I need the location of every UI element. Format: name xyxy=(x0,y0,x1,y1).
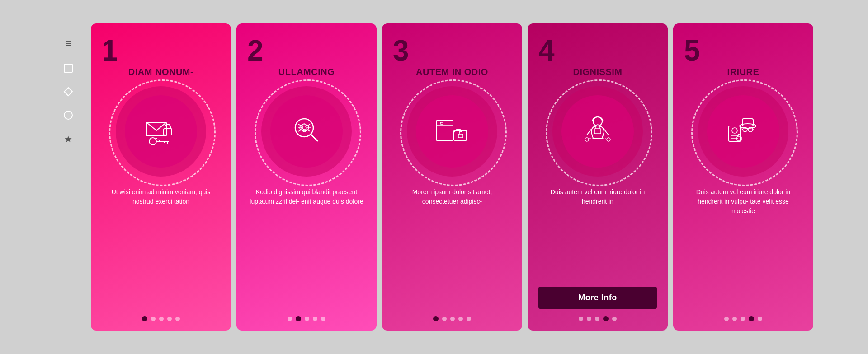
svg-line-41 xyxy=(741,129,743,130)
dot[interactable] xyxy=(587,317,591,321)
card-4-icon-outer xyxy=(552,86,643,177)
svg-rect-25 xyxy=(440,122,443,124)
svg-line-29 xyxy=(587,129,591,135)
svg-point-38 xyxy=(743,127,747,132)
dot-active[interactable] xyxy=(433,316,439,321)
card-1-icon-inner xyxy=(125,95,197,168)
dot[interactable] xyxy=(595,317,599,321)
dot[interactable] xyxy=(151,317,156,321)
sidebar: ≡ ★ xyxy=(55,23,82,331)
dot[interactable] xyxy=(313,317,317,321)
card-5-dots xyxy=(724,316,762,321)
svg-line-9 xyxy=(156,138,160,141)
svg-point-5 xyxy=(149,138,156,145)
dot[interactable] xyxy=(305,317,309,321)
card-3-icon-outer xyxy=(407,86,497,177)
card-4-desc: Duis autem vel eum iriure dolor in hendr… xyxy=(538,187,657,283)
dot-active[interactable] xyxy=(749,316,754,321)
svg-rect-4 xyxy=(164,129,172,135)
svg-point-28 xyxy=(593,117,602,126)
svg-rect-37 xyxy=(742,119,753,126)
dot[interactable] xyxy=(442,317,447,321)
card-2-dots xyxy=(288,316,326,321)
diamond-icon[interactable] xyxy=(63,87,73,97)
cards-container: 1 DIAM NONUM- xyxy=(91,23,813,331)
card-5-number: 5 xyxy=(684,36,700,65)
card-1-number: 1 xyxy=(102,36,118,65)
dot[interactable] xyxy=(159,317,164,321)
svg-point-36 xyxy=(740,124,756,128)
dot-active[interactable] xyxy=(142,316,147,321)
card-2-icon-outer xyxy=(261,86,352,177)
card-3-dots xyxy=(433,316,471,321)
card-5-icon-outer xyxy=(698,86,788,177)
svg-line-20 xyxy=(307,130,310,131)
card-4: 4 DIGNISSIM xyxy=(528,23,668,331)
svg-marker-1 xyxy=(64,88,72,96)
svg-rect-47 xyxy=(737,137,741,140)
dot[interactable] xyxy=(450,317,455,321)
dot-active[interactable] xyxy=(603,316,609,321)
card-2-title: ULLAMCING xyxy=(278,67,335,77)
svg-rect-0 xyxy=(64,64,72,72)
svg-line-18 xyxy=(307,124,310,126)
card-1: 1 DIAM NONUM- xyxy=(91,23,231,331)
card-3-icon-inner xyxy=(416,95,488,168)
card-4-icon-inner xyxy=(561,95,634,168)
svg-line-15 xyxy=(298,124,302,126)
svg-point-34 xyxy=(585,138,589,141)
square-icon[interactable] xyxy=(63,63,73,73)
svg-line-30 xyxy=(604,129,609,135)
dot[interactable] xyxy=(175,317,180,321)
svg-point-14 xyxy=(302,124,307,132)
card-3-number: 3 xyxy=(393,36,409,65)
dot[interactable] xyxy=(612,317,617,321)
star-icon[interactable]: ★ xyxy=(64,134,72,144)
card-5-icon-inner xyxy=(707,95,779,168)
svg-point-13 xyxy=(302,126,306,130)
svg-line-42 xyxy=(753,129,754,130)
dot[interactable] xyxy=(167,317,172,321)
card-4-title: DIGNISSIM xyxy=(573,67,623,77)
svg-point-35 xyxy=(607,138,610,141)
dot[interactable] xyxy=(467,317,471,321)
card-3: 3 AUTEM IN ODIO xyxy=(382,23,522,331)
card-2-number: 2 xyxy=(247,36,264,65)
dot[interactable] xyxy=(732,317,737,321)
circle-icon[interactable] xyxy=(63,110,73,120)
svg-line-17 xyxy=(298,130,302,131)
dot[interactable] xyxy=(724,317,729,321)
svg-point-44 xyxy=(732,128,737,133)
card-2-icon-inner xyxy=(270,95,343,168)
dot[interactable] xyxy=(741,317,745,321)
card-4-number: 4 xyxy=(538,36,555,65)
svg-point-12 xyxy=(300,125,309,131)
svg-point-10 xyxy=(295,119,313,137)
card-5-title: IRIURE xyxy=(727,67,760,77)
card-5: 5 IRIURE xyxy=(673,23,813,331)
dot[interactable] xyxy=(321,317,326,321)
dot[interactable] xyxy=(458,317,463,321)
card-1-icon-outer xyxy=(116,86,206,177)
svg-rect-21 xyxy=(437,120,453,141)
card-5-desc: Duis autem vel eum iriure dolor in hendr… xyxy=(684,187,802,309)
card-3-desc: Morem ipsum dolor sit amet, consectetuer… xyxy=(393,187,511,309)
dot-active[interactable] xyxy=(296,316,301,321)
card-2-desc: Kodio dignissim qui blandit praesent lup… xyxy=(247,187,366,309)
card-1-title: DIAM NONUM- xyxy=(128,67,193,77)
card-1-desc: Ut wisi enim ad minim veniam, quis nostr… xyxy=(102,187,220,309)
svg-point-2 xyxy=(64,111,72,119)
svg-rect-3 xyxy=(146,122,166,136)
dot[interactable] xyxy=(758,317,762,321)
svg-rect-31 xyxy=(594,129,601,134)
main-container: ≡ ★ 1 DIAM NONUM- xyxy=(0,0,868,354)
menu-icon[interactable]: ≡ xyxy=(65,37,71,50)
card-2: 2 ULLAMCING xyxy=(236,23,377,331)
more-info-button[interactable]: More Info xyxy=(538,287,657,309)
dot[interactable] xyxy=(288,317,292,321)
dot[interactable] xyxy=(579,317,583,321)
svg-line-11 xyxy=(311,135,317,141)
card-3-title: AUTEM IN ODIO xyxy=(416,67,488,77)
svg-rect-26 xyxy=(454,130,467,140)
svg-point-39 xyxy=(748,127,753,132)
